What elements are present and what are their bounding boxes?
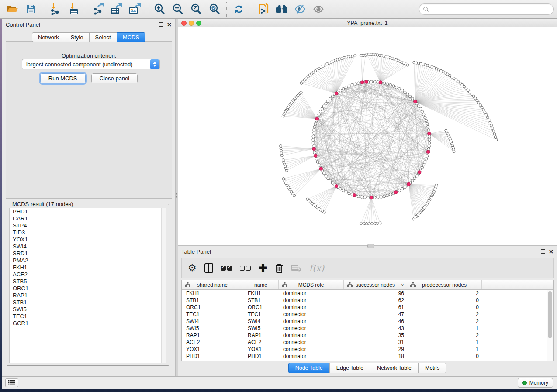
graph-node[interactable] (427, 129, 430, 131)
graph-node[interactable] (494, 135, 497, 138)
scrollbar-thumb[interactable] (548, 291, 552, 338)
graph-node[interactable] (476, 99, 478, 102)
graph-node[interactable] (425, 119, 427, 122)
graph-node[interactable] (329, 97, 332, 100)
memory-button[interactable]: Memory (518, 378, 553, 388)
graph-mcds-node[interactable] (394, 191, 398, 194)
graph-node[interactable] (484, 111, 486, 113)
delete-column-button[interactable] (275, 261, 283, 275)
graph-node[interactable] (401, 187, 404, 190)
search-input[interactable] (429, 6, 550, 13)
import-table-button[interactable] (66, 1, 82, 17)
graph-node[interactable] (481, 106, 483, 109)
graph-node[interactable] (427, 125, 429, 128)
graph-node[interactable] (280, 154, 283, 157)
close-table-panel-icon[interactable]: ✕ (549, 249, 554, 254)
graph-node[interactable] (406, 64, 409, 66)
add-column-button[interactable]: ✚ (259, 261, 267, 275)
export-image-button[interactable] (127, 1, 143, 17)
network-window-titlebar[interactable]: YPA_prune.txt_1 (178, 19, 557, 28)
graph-node[interactable] (495, 138, 498, 141)
graph-node[interactable] (386, 83, 389, 85)
status-menu-button[interactable] (5, 378, 18, 387)
graph-node[interactable] (488, 119, 490, 121)
graph-node[interactable] (345, 86, 347, 89)
graph-mcds-node[interactable] (365, 80, 368, 84)
graph-node[interactable] (322, 105, 325, 107)
graph-node[interactable] (374, 222, 376, 225)
graph-node[interactable] (424, 116, 426, 119)
table-cell[interactable]: 31 (344, 339, 407, 345)
table-row[interactable]: PHD1PHD1dominator180 (182, 353, 553, 360)
graph-node[interactable] (386, 194, 389, 197)
graph-node[interactable] (383, 82, 385, 84)
graph-node[interactable] (377, 196, 379, 199)
table-cell[interactable]: connector (279, 325, 344, 331)
mcds-result-item[interactable]: ACE2 (10, 271, 166, 278)
table-cell[interactable]: connector (279, 346, 344, 352)
column-header-name[interactable]: name (243, 280, 279, 289)
close-panel-icon[interactable]: ✕ (167, 22, 172, 28)
refresh-layout-button[interactable] (231, 1, 247, 17)
table-cell[interactable]: connector (279, 311, 344, 317)
table-cell[interactable]: SWI5 (182, 325, 243, 331)
table-cell[interactable]: SWI4 (182, 318, 243, 324)
tab-mcds[interactable]: MCDS (117, 32, 145, 42)
graph-node[interactable] (412, 218, 415, 220)
table-cell[interactable]: ORC1 (182, 304, 243, 310)
table-cell[interactable]: 1 (407, 339, 482, 345)
zoom-selected-button[interactable] (206, 1, 223, 17)
zoom-out-button[interactable] (170, 1, 186, 17)
table-row[interactable]: ORC1ORC1dominator610 (182, 304, 553, 311)
table-scrollbar[interactable] (547, 290, 553, 361)
table-cell[interactable]: FKH1 (182, 290, 243, 296)
graph-node[interactable] (354, 83, 356, 85)
graph-node[interactable] (453, 150, 455, 153)
graph-node[interactable] (345, 191, 347, 193)
close-window-icon[interactable] (181, 21, 187, 26)
table-row[interactable]: YOX1YOX1connector291 (182, 346, 553, 353)
tab-style[interactable]: Style (65, 32, 89, 42)
table-cell[interactable]: 18 (344, 353, 407, 359)
table-cell[interactable]: STB1 (182, 297, 243, 303)
graph-node[interactable] (404, 186, 406, 188)
graph-node[interactable] (428, 141, 431, 144)
table-cell[interactable]: 43 (344, 325, 407, 331)
graph-node[interactable] (321, 107, 323, 110)
graph-node[interactable] (492, 130, 495, 132)
graph-mcds-node[interactable] (335, 184, 338, 188)
table-cell[interactable]: SWI4 (243, 318, 279, 324)
deselect-all-button[interactable] (240, 261, 251, 275)
table-cell[interactable]: dominator (279, 304, 344, 310)
save-session-button[interactable] (23, 1, 39, 17)
graph-node[interactable] (363, 196, 366, 199)
table-cell[interactable]: TEC1 (182, 311, 243, 317)
graph-node[interactable] (331, 95, 334, 98)
minimize-window-icon[interactable] (189, 21, 194, 26)
graph-node[interactable] (327, 100, 329, 102)
table-cell[interactable]: 0 (407, 353, 482, 359)
graph-node[interactable] (415, 175, 418, 177)
table-row[interactable]: TEC1TEC1connector472 (182, 311, 553, 318)
table-cell[interactable]: 61 (344, 304, 407, 310)
table-cell[interactable]: 62 (344, 297, 407, 303)
graph-node[interactable] (306, 198, 309, 200)
graph-mcds-node[interactable] (407, 182, 411, 186)
graph-node[interactable] (411, 179, 414, 182)
table-cell[interactable]: dominator (279, 353, 344, 359)
mcds-result-item[interactable]: SWI4 (10, 243, 166, 250)
graph-node[interactable] (489, 121, 491, 124)
tab-select[interactable]: Select (89, 32, 117, 42)
table-cell[interactable]: 47 (344, 311, 407, 317)
mcds-result-list[interactable]: PHD1CAR1STP4TID3YOX1SWI4SRD1PMA2FKH1ACE2… (9, 208, 166, 363)
graph-node[interactable] (417, 105, 420, 107)
graph-node[interactable] (428, 145, 430, 148)
graph-node[interactable] (426, 155, 429, 157)
graph-mcds-node[interactable] (319, 167, 323, 171)
graph-mcds-node[interactable] (418, 171, 422, 174)
graph-node[interactable] (342, 87, 345, 90)
search-field[interactable] (419, 3, 554, 15)
graph-node[interactable] (428, 138, 431, 141)
graph-node[interactable] (360, 196, 363, 198)
table-cell[interactable]: 0 (407, 304, 482, 310)
